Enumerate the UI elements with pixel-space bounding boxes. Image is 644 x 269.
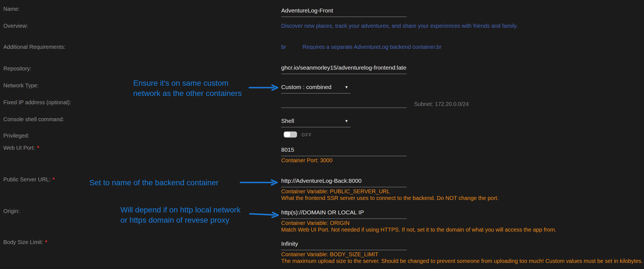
repository-input[interactable]: [281, 64, 407, 74]
origin-annotation: Will depend if on http local network or …: [120, 205, 241, 225]
body-size-limit-variable: Container Variable: BODY_SIZE_LIMIT: [281, 251, 378, 258]
fixed-ip-input[interactable]: [281, 98, 407, 108]
required-asterisk: *: [37, 145, 39, 151]
web-ui-port-help: Container Port: 3000: [281, 157, 333, 164]
console-shell-select[interactable]: Shell ▼: [281, 118, 351, 127]
repository-label: Repository:: [3, 65, 31, 72]
additional-requirements-prefix: br: [281, 44, 286, 50]
privileged-toggle[interactable]: [284, 131, 297, 138]
public-server-url-description: What the frontend SSR server uses to con…: [281, 195, 499, 201]
console-shell-value: Shell: [281, 118, 294, 124]
origin-label: Origin:: [3, 208, 20, 214]
public-server-annotation: Set to name of the backend container: [89, 177, 218, 188]
overview-label: Overview:: [3, 23, 28, 29]
network-type-value: Custom : combined: [281, 84, 331, 90]
body-size-limit-input[interactable]: [281, 240, 407, 250]
annotation-arrow-icon: [249, 210, 280, 219]
network-type-label: Network Type:: [3, 82, 39, 89]
chevron-down-icon: ▼: [344, 84, 351, 89]
public-server-url-variable: Container Variable: PUBLIC_SERVER_URL: [281, 188, 390, 195]
annotation-arrow-icon: [249, 84, 280, 91]
toggle-knob: [284, 132, 290, 137]
origin-description: Match Web UI Port. Not needed if using H…: [281, 227, 556, 233]
required-asterisk: *: [52, 176, 55, 182]
network-annotation: Ensure it's on same custom network as th…: [133, 78, 242, 98]
body-size-limit-label: Body Size Limit:*: [3, 239, 47, 245]
web-ui-port-input[interactable]: [281, 146, 407, 156]
subnet-note: Subnet: 172.20.0.0/24: [414, 101, 469, 107]
network-type-select[interactable]: Custom : combined ▼: [281, 84, 351, 93]
overview-text: Discover new places, track your adventur…: [281, 23, 518, 29]
web-ui-port-label: Web UI Port:*: [3, 145, 39, 151]
annotation-arrow-icon: [240, 179, 279, 186]
name-input[interactable]: [281, 7, 407, 17]
name-label: Name:: [3, 6, 20, 12]
public-server-url-input[interactable]: [281, 177, 407, 187]
privileged-state-label: OFF: [301, 133, 312, 138]
container-settings-form: Name: Overview: Additional Requirements:…: [0, 0, 644, 269]
public-server-url-label: Public Server URL:*: [3, 176, 55, 183]
origin-variable: Container Variable: ORIGIN: [281, 220, 349, 226]
additional-requirements-text: Requires a separate AdventureLog backend…: [303, 44, 441, 50]
privileged-label: Privileged:: [3, 133, 29, 139]
additional-requirements-label: Additional Requirements:: [3, 44, 65, 50]
fixed-ip-label: Fixed IP address (optional):: [3, 99, 71, 106]
origin-input[interactable]: [281, 209, 407, 219]
chevron-down-icon: ▼: [344, 118, 351, 123]
required-asterisk: *: [45, 239, 47, 245]
console-shell-label: Console shell command:: [3, 116, 64, 123]
body-size-limit-description: The maximum upload size to the server. S…: [281, 258, 643, 264]
